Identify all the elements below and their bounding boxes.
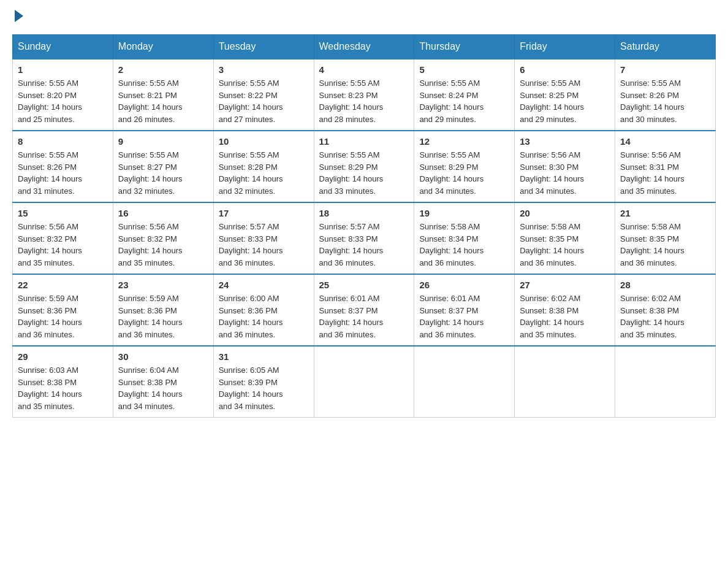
header-day-friday: Friday <box>515 35 615 59</box>
calendar-cell: 24 Sunrise: 6:00 AMSunset: 8:36 PMDaylig… <box>213 274 314 346</box>
day-info: Sunrise: 5:59 AMSunset: 8:36 PMDaylight:… <box>118 294 183 339</box>
day-number: 5 <box>419 64 509 75</box>
calendar-cell: 18 Sunrise: 5:57 AMSunset: 8:33 PMDaylig… <box>314 202 414 274</box>
day-info: Sunrise: 6:01 AMSunset: 8:37 PMDaylight:… <box>419 294 483 339</box>
calendar-cell: 9 Sunrise: 5:55 AMSunset: 8:27 PMDayligh… <box>113 131 213 202</box>
day-info: Sunrise: 6:02 AMSunset: 8:38 PMDaylight:… <box>520 294 584 339</box>
day-info: Sunrise: 6:01 AMSunset: 8:37 PMDaylight:… <box>319 294 384 339</box>
calendar-cell: 2 Sunrise: 5:55 AMSunset: 8:21 PMDayligh… <box>113 59 213 131</box>
day-number: 2 <box>118 64 208 75</box>
day-info: Sunrise: 6:02 AMSunset: 8:38 PMDaylight:… <box>620 294 684 339</box>
day-number: 20 <box>520 208 610 218</box>
day-info: Sunrise: 5:58 AMSunset: 8:35 PMDaylight:… <box>520 222 584 267</box>
header-day-sunday: Sunday <box>13 35 113 59</box>
day-number: 13 <box>520 136 610 147</box>
day-info: Sunrise: 5:56 AMSunset: 8:32 PMDaylight:… <box>118 222 183 267</box>
calendar-cell: 4 Sunrise: 5:55 AMSunset: 8:23 PMDayligh… <box>314 59 414 131</box>
calendar-cell: 12 Sunrise: 5:55 AMSunset: 8:29 PMDaylig… <box>414 131 515 202</box>
calendar-cell: 6 Sunrise: 5:55 AMSunset: 8:25 PMDayligh… <box>515 59 615 131</box>
day-info: Sunrise: 5:55 AMSunset: 8:26 PMDaylight:… <box>620 79 684 124</box>
calendar-week-row: 22 Sunrise: 5:59 AMSunset: 8:36 PMDaylig… <box>13 274 716 346</box>
header-day-tuesday: Tuesday <box>213 35 314 59</box>
calendar-cell: 21 Sunrise: 5:58 AMSunset: 8:35 PMDaylig… <box>615 202 716 274</box>
day-info: Sunrise: 5:56 AMSunset: 8:30 PMDaylight:… <box>520 150 584 196</box>
logo-arrow-icon <box>15 10 23 22</box>
calendar-cell: 5 Sunrise: 5:55 AMSunset: 8:24 PMDayligh… <box>414 59 515 131</box>
day-info: Sunrise: 5:56 AMSunset: 8:32 PMDaylight:… <box>18 222 82 267</box>
calendar-week-row: 8 Sunrise: 5:55 AMSunset: 8:26 PMDayligh… <box>13 131 716 202</box>
day-info: Sunrise: 5:55 AMSunset: 8:20 PMDaylight:… <box>18 79 82 124</box>
day-info: Sunrise: 5:59 AMSunset: 8:36 PMDaylight:… <box>18 294 82 339</box>
calendar-cell: 13 Sunrise: 5:56 AMSunset: 8:30 PMDaylig… <box>515 131 615 202</box>
calendar-cell <box>414 346 515 418</box>
day-info: Sunrise: 5:55 AMSunset: 8:27 PMDaylight:… <box>118 150 183 196</box>
header-day-thursday: Thursday <box>414 35 515 59</box>
day-info: Sunrise: 5:55 AMSunset: 8:24 PMDaylight:… <box>419 79 483 124</box>
day-number: 28 <box>620 280 710 290</box>
day-number: 12 <box>419 136 509 147</box>
day-info: Sunrise: 5:55 AMSunset: 8:26 PMDaylight:… <box>18 150 82 196</box>
day-info: Sunrise: 5:58 AMSunset: 8:34 PMDaylight:… <box>419 222 483 267</box>
day-number: 22 <box>18 280 108 290</box>
calendar-cell: 31 Sunrise: 6:05 AMSunset: 8:39 PMDaylig… <box>213 346 314 418</box>
calendar-header-row: SundayMondayTuesdayWednesdayThursdayFrid… <box>13 35 716 59</box>
calendar-table: SundayMondayTuesdayWednesdayThursdayFrid… <box>12 34 716 418</box>
calendar-cell <box>314 346 414 418</box>
day-number: 14 <box>620 136 710 147</box>
header-day-wednesday: Wednesday <box>314 35 414 59</box>
day-number: 19 <box>419 208 509 218</box>
day-info: Sunrise: 5:55 AMSunset: 8:21 PMDaylight:… <box>118 79 183 124</box>
day-number: 23 <box>118 280 208 290</box>
calendar-cell: 25 Sunrise: 6:01 AMSunset: 8:37 PMDaylig… <box>314 274 414 346</box>
day-info: Sunrise: 5:55 AMSunset: 8:29 PMDaylight:… <box>419 150 483 196</box>
calendar-cell: 19 Sunrise: 5:58 AMSunset: 8:34 PMDaylig… <box>414 202 515 274</box>
day-info: Sunrise: 5:58 AMSunset: 8:35 PMDaylight:… <box>620 222 684 267</box>
calendar-week-row: 15 Sunrise: 5:56 AMSunset: 8:32 PMDaylig… <box>13 202 716 274</box>
day-number: 26 <box>419 280 509 290</box>
calendar-cell: 20 Sunrise: 5:58 AMSunset: 8:35 PMDaylig… <box>515 202 615 274</box>
day-number: 16 <box>118 208 208 218</box>
day-number: 11 <box>319 136 409 147</box>
day-number: 30 <box>118 351 208 362</box>
day-number: 27 <box>520 280 610 290</box>
day-number: 1 <box>18 64 108 75</box>
calendar-cell: 15 Sunrise: 5:56 AMSunset: 8:32 PMDaylig… <box>13 202 113 274</box>
calendar-cell: 17 Sunrise: 5:57 AMSunset: 8:33 PMDaylig… <box>213 202 314 274</box>
day-info: Sunrise: 6:05 AMSunset: 8:39 PMDaylight:… <box>219 366 283 411</box>
calendar-cell: 22 Sunrise: 5:59 AMSunset: 8:36 PMDaylig… <box>13 274 113 346</box>
day-info: Sunrise: 5:55 AMSunset: 8:28 PMDaylight:… <box>219 150 283 196</box>
day-number: 6 <box>520 64 610 75</box>
calendar-cell: 16 Sunrise: 5:56 AMSunset: 8:32 PMDaylig… <box>113 202 213 274</box>
day-number: 18 <box>319 208 409 218</box>
calendar-cell: 23 Sunrise: 5:59 AMSunset: 8:36 PMDaylig… <box>113 274 213 346</box>
header-day-saturday: Saturday <box>615 35 716 59</box>
day-number: 3 <box>219 64 309 75</box>
calendar-cell: 3 Sunrise: 5:55 AMSunset: 8:22 PMDayligh… <box>213 59 314 131</box>
calendar-cell <box>515 346 615 418</box>
day-number: 24 <box>219 280 309 290</box>
day-info: Sunrise: 5:57 AMSunset: 8:33 PMDaylight:… <box>219 222 283 267</box>
day-number: 15 <box>18 208 108 218</box>
logo <box>12 12 23 22</box>
day-number: 31 <box>219 351 309 362</box>
day-info: Sunrise: 5:57 AMSunset: 8:33 PMDaylight:… <box>319 222 384 267</box>
day-info: Sunrise: 6:03 AMSunset: 8:38 PMDaylight:… <box>18 366 82 411</box>
day-number: 29 <box>18 351 108 362</box>
day-number: 9 <box>118 136 208 147</box>
page-header <box>12 12 716 22</box>
calendar-cell: 27 Sunrise: 6:02 AMSunset: 8:38 PMDaylig… <box>515 274 615 346</box>
header-day-monday: Monday <box>113 35 213 59</box>
calendar-cell: 14 Sunrise: 5:56 AMSunset: 8:31 PMDaylig… <box>615 131 716 202</box>
day-info: Sunrise: 5:56 AMSunset: 8:31 PMDaylight:… <box>620 150 684 196</box>
calendar-week-row: 29 Sunrise: 6:03 AMSunset: 8:38 PMDaylig… <box>13 346 716 418</box>
day-number: 25 <box>319 280 409 290</box>
calendar-cell: 8 Sunrise: 5:55 AMSunset: 8:26 PMDayligh… <box>13 131 113 202</box>
day-number: 7 <box>620 64 710 75</box>
calendar-cell: 10 Sunrise: 5:55 AMSunset: 8:28 PMDaylig… <box>213 131 314 202</box>
day-number: 21 <box>620 208 710 218</box>
day-info: Sunrise: 5:55 AMSunset: 8:25 PMDaylight:… <box>520 79 584 124</box>
day-info: Sunrise: 5:55 AMSunset: 8:23 PMDaylight:… <box>319 79 384 124</box>
day-info: Sunrise: 6:00 AMSunset: 8:36 PMDaylight:… <box>219 294 283 339</box>
calendar-cell: 28 Sunrise: 6:02 AMSunset: 8:38 PMDaylig… <box>615 274 716 346</box>
day-info: Sunrise: 5:55 AMSunset: 8:29 PMDaylight:… <box>319 150 384 196</box>
